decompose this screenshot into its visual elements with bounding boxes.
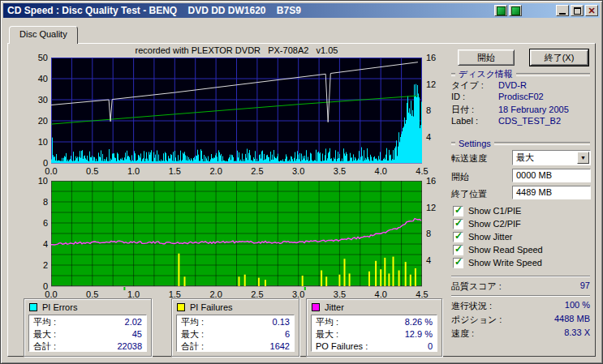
max-label: 最大 : <box>181 328 204 340</box>
show-jitter-option[interactable]: Show Jitter <box>453 231 512 242</box>
settings-title: Settings <box>459 139 491 148</box>
pi-errors-title: PI Errors <box>42 302 77 312</box>
po-failures-value: 0 <box>428 340 433 353</box>
avg-label: 平均 : <box>181 316 204 328</box>
quality-score-row: 品質スコア : 97 <box>451 280 590 293</box>
axis-tick-label: 12 <box>426 79 449 89</box>
max-value: 45 <box>132 328 142 340</box>
avg-value: 8.26 % <box>405 316 433 328</box>
jitter-values: 平均 :8.26 % 最大 :12.9 % PO Failures :0 <box>311 315 437 352</box>
show-option-checkbox[interactable] <box>453 245 463 255</box>
jitter-chart: 10864201612840.00.51.01.52.02.53.03.54.0… <box>51 181 422 286</box>
end-position-field[interactable]: 4489 MB <box>512 186 591 199</box>
position-row: ポジション : 4488 MB <box>451 314 590 326</box>
transfer-speed-value: 最大 <box>516 152 534 162</box>
position-value: 4488 MB <box>554 314 590 326</box>
minimize-button[interactable] <box>556 5 569 16</box>
cdspeed-green-button-1[interactable] <box>494 5 507 16</box>
disc-id-row: ID :ProdiscF02 <box>451 92 590 102</box>
chart-canvas <box>51 58 422 168</box>
progress-row: 進行状況 : 100 % <box>451 300 590 312</box>
start-position-field[interactable]: 0000 MB <box>512 169 591 182</box>
end-position-label: 終了位置 <box>451 188 487 200</box>
axis-tick-label: 30 <box>20 95 48 105</box>
show-c2-pif-option[interactable]: Show C2/PIF <box>453 218 521 229</box>
pi-failures-legend: PI Failures <box>177 302 233 312</box>
disc-label-row: Label :CDS_TEST_B2 <box>451 116 590 126</box>
disc-label-label: Label : <box>451 116 498 126</box>
speed-row: 速度 : 8.33 X <box>451 328 590 340</box>
axis-tick-label: 12 <box>426 203 449 212</box>
show-write-speed-option[interactable]: Show Write Speed <box>453 257 542 268</box>
app-window: CD Speed : Disc Quality Test - BENQ DVD … <box>0 0 603 364</box>
axis-tick-label: 16 <box>426 53 449 62</box>
speed-label: 速度 : <box>451 328 474 340</box>
close-icon: ✕ <box>588 6 595 15</box>
dropdown-button[interactable]: ▼ <box>577 152 589 164</box>
total-label: 合計 : <box>33 340 56 353</box>
chevron-down-icon: ▼ <box>580 155 586 161</box>
quality-score-label: 品質スコア : <box>451 280 502 293</box>
show-option-checkbox[interactable] <box>453 219 463 229</box>
avg-value: 2.02 <box>125 316 142 328</box>
total-label: 合計 : <box>181 340 204 353</box>
max-value: 6 <box>285 328 290 340</box>
pi-errors-chart: 504030201001612840.00.51.01.52.02.53.03.… <box>51 58 422 163</box>
speed-value: 8.33 X <box>564 328 590 340</box>
maximize-button[interactable] <box>571 5 584 16</box>
start-position-label: 開始 <box>451 171 469 183</box>
axis-tick-label: 8 <box>426 105 449 115</box>
close-button[interactable]: ✕ <box>585 5 598 16</box>
avg-label: 平均 : <box>33 316 56 328</box>
disc-info-header: ディスク情報 <box>451 68 590 80</box>
tab-label: Disc Quality <box>19 29 67 39</box>
checkbox-label: Show C2/PIF <box>468 219 521 229</box>
axis-tick-label: 16 <box>426 176 449 186</box>
checkbox-label: Show C1/PIE <box>468 206 521 216</box>
pi-errors-legend: PI Errors <box>29 302 77 312</box>
axis-tick-label: 0.5 <box>80 166 105 176</box>
show-option-checkbox[interactable] <box>453 258 463 268</box>
title-bar[interactable]: CD Speed : Disc Quality Test - BENQ DVD … <box>3 3 600 18</box>
green-disc-icon <box>497 6 506 15</box>
transfer-speed-select[interactable]: 最大 ▼ <box>512 150 591 165</box>
start-button[interactable]: 開始 <box>458 49 515 66</box>
disc-id-value: ProdiscF02 <box>498 92 544 101</box>
disc-date-label: 日付 : <box>451 104 498 116</box>
disc-type-label: タイプ : <box>451 79 498 92</box>
show-option-checkbox[interactable] <box>453 232 463 242</box>
position-label: ポジション : <box>451 314 502 326</box>
avg-label: 平均 : <box>316 316 338 328</box>
tab-disc-quality[interactable]: Disc Quality <box>9 26 78 44</box>
axis-tick-label: 1.0 <box>122 166 146 176</box>
axis-tick-label: 20 <box>20 116 48 126</box>
axis-tick-label: 50 <box>20 53 48 62</box>
disc-date-value: 18 February 2005 <box>498 105 569 114</box>
axis-tick-label: 8 <box>426 229 449 238</box>
window-controls: ✕ <box>494 5 600 16</box>
disc-type-row: タイプ :DVD-R <box>451 79 590 90</box>
jitter-stats-box: Jitter 平均 :8.26 % 最大 :12.9 % PO Failures… <box>306 298 442 357</box>
axis-tick-label: 0.0 <box>39 166 63 176</box>
settings-header: Settings <box>451 139 590 148</box>
exit-button[interactable]: 終了(X) <box>530 49 588 66</box>
disc-label-value: CDS_TEST_B2 <box>498 116 561 126</box>
jitter-swatch <box>312 303 320 311</box>
pi-errors-values: 平均 :2.02 最大 :45 合計 :22038 <box>28 315 147 352</box>
disc-type-value: DVD-R <box>498 80 527 90</box>
separator <box>451 276 590 277</box>
disc-info-title: ディスク情報 <box>459 68 513 80</box>
disc-quality-panel: recorded with PLEXTOR DVDR PX-708A2 v1.0… <box>7 43 596 357</box>
cdspeed-green-button-2[interactable] <box>509 5 522 16</box>
pi-errors-swatch <box>29 303 37 311</box>
green-chart-icon <box>511 6 520 15</box>
show-read-speed-option[interactable]: Show Read Speed <box>453 244 543 255</box>
show-option-checkbox[interactable] <box>453 206 463 216</box>
checkbox-label: Show Read Speed <box>468 245 543 255</box>
axis-tick-label: 4.0 <box>368 166 393 176</box>
axis-tick-label: 6 <box>20 218 48 228</box>
axis-tick-label: 4 <box>426 255 449 265</box>
show-c1-pie-option[interactable]: Show C1/PIE <box>453 205 521 216</box>
axis-tick-label: 1.5 <box>162 166 187 176</box>
max-value: 12.9 % <box>405 328 433 340</box>
